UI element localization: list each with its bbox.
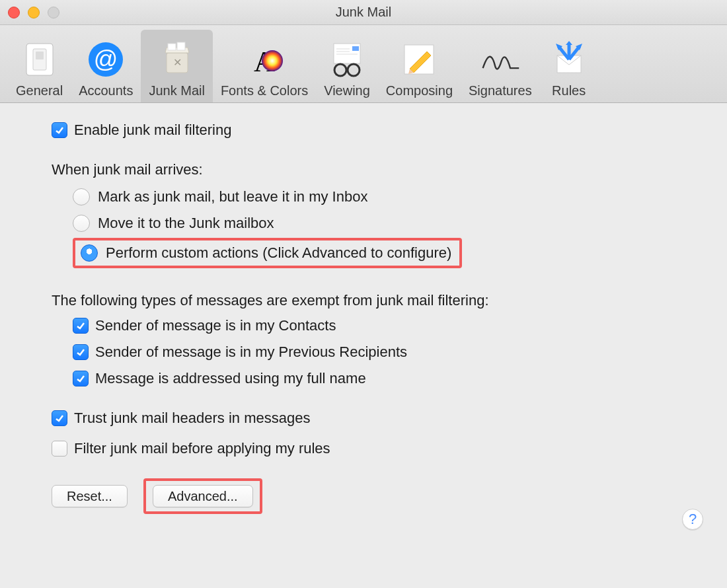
trust-headers-row: Trust junk mail headers in messages bbox=[52, 410, 687, 427]
exempt-previous-checkbox[interactable] bbox=[73, 344, 89, 360]
trust-headers-checkbox[interactable] bbox=[52, 410, 67, 426]
titlebar: Junk Mail bbox=[0, 0, 727, 25]
window-title: Junk Mail bbox=[0, 5, 727, 20]
advanced-button[interactable]: Advanced... bbox=[153, 485, 253, 507]
enable-junk-label: Enable junk mail filtering bbox=[74, 122, 231, 139]
filter-before-checkbox[interactable] bbox=[52, 441, 67, 457]
arrives-heading: When junk mail arrives: bbox=[52, 161, 687, 178]
button-row: Reset... Advanced... bbox=[52, 477, 687, 515]
preferences-toolbar: General @ Accounts ✕ Junk Mail A bbox=[0, 25, 727, 103]
radio-label: Perform custom actions (Click Advanced t… bbox=[106, 244, 451, 262]
arrives-options: Mark as junk mail, but leave it in my In… bbox=[52, 184, 687, 270]
radio-perform-custom[interactable]: Perform custom actions (Click Advanced t… bbox=[78, 243, 454, 263]
radio-mark-as-junk[interactable]: Mark as junk mail, but leave it in my In… bbox=[73, 184, 687, 210]
svg-rect-8 bbox=[177, 42, 185, 50]
enable-junk-checkbox[interactable] bbox=[52, 122, 67, 138]
enable-junk-row: Enable junk mail filtering bbox=[52, 122, 687, 139]
exempt-previous-row: Sender of message is in my Previous Reci… bbox=[73, 341, 687, 363]
fonts-colors-icon: A bbox=[243, 38, 286, 81]
tab-junk-mail[interactable]: ✕ Junk Mail bbox=[141, 30, 212, 102]
exempt-fullname-row: Message is addressed using my full name bbox=[73, 367, 687, 390]
highlight-advanced: Advanced... bbox=[143, 478, 262, 514]
radio-icon bbox=[73, 215, 90, 232]
switch-icon bbox=[19, 38, 61, 81]
signature-icon bbox=[479, 38, 521, 81]
tab-label: Rules bbox=[552, 83, 586, 98]
exempt-heading: The following types of messages are exem… bbox=[52, 292, 687, 309]
svg-point-11 bbox=[262, 50, 283, 71]
pencil-icon bbox=[398, 38, 440, 81]
exempt-fullname-checkbox[interactable] bbox=[73, 371, 89, 386]
tab-composing[interactable]: Composing bbox=[378, 30, 461, 102]
exempt-list: Sender of message is in my Contacts Send… bbox=[52, 314, 687, 390]
tab-rules[interactable]: Rules bbox=[540, 30, 598, 102]
tab-label: Accounts bbox=[79, 83, 133, 98]
radio-icon bbox=[73, 188, 90, 205]
exempt-label: Sender of message is in my Previous Reci… bbox=[95, 344, 407, 361]
exempt-contacts-checkbox[interactable] bbox=[73, 318, 89, 334]
radio-label: Mark as junk mail, but leave it in my In… bbox=[98, 188, 367, 205]
exempt-label: Sender of message is in my Contacts bbox=[95, 317, 336, 334]
svg-text:✕: ✕ bbox=[172, 57, 181, 68]
svg-rect-2 bbox=[36, 52, 44, 59]
tab-accounts[interactable]: @ Accounts bbox=[71, 30, 141, 102]
help-icon: ? bbox=[689, 511, 697, 528]
radio-move-to-junk[interactable]: Move it to the Junk mailbox bbox=[73, 210, 687, 237]
svg-point-18 bbox=[348, 64, 360, 76]
radio-icon bbox=[81, 244, 98, 262]
trust-headers-label: Trust junk mail headers in messages bbox=[74, 410, 310, 427]
tab-viewing[interactable]: Viewing bbox=[316, 30, 378, 102]
reset-button[interactable]: Reset... bbox=[52, 485, 128, 507]
svg-point-17 bbox=[334, 64, 346, 76]
svg-text:@: @ bbox=[94, 46, 118, 73]
tab-fonts-colors[interactable]: A Fonts & Colors bbox=[213, 30, 316, 102]
radio-label: Move it to the Junk mailbox bbox=[98, 215, 274, 232]
exempt-contacts-row: Sender of message is in my Contacts bbox=[73, 314, 687, 337]
tab-label: Fonts & Colors bbox=[221, 83, 308, 98]
svg-marker-25 bbox=[566, 41, 572, 45]
svg-rect-7 bbox=[168, 44, 176, 50]
tab-label: Composing bbox=[386, 83, 453, 98]
highlight-perform-custom: Perform custom actions (Click Advanced t… bbox=[73, 238, 462, 268]
tab-general[interactable]: General bbox=[8, 30, 71, 102]
rules-icon bbox=[548, 38, 590, 81]
content-pane: Enable junk mail filtering When junk mai… bbox=[0, 103, 727, 529]
tab-label: General bbox=[16, 83, 63, 98]
glasses-icon bbox=[326, 38, 368, 81]
tab-label: Viewing bbox=[324, 83, 370, 98]
at-icon: @ bbox=[85, 38, 127, 81]
tab-label: Signatures bbox=[469, 83, 532, 98]
filter-before-label: Filter junk mail before applying my rule… bbox=[74, 440, 330, 457]
exempt-label: Message is addressed using my full name bbox=[95, 370, 366, 387]
tab-signatures[interactable]: Signatures bbox=[461, 30, 540, 102]
filter-before-row: Filter junk mail before applying my rule… bbox=[52, 440, 687, 457]
svg-rect-13 bbox=[352, 46, 359, 51]
tab-label: Junk Mail bbox=[149, 83, 204, 98]
trash-icon: ✕ bbox=[156, 38, 198, 81]
help-button[interactable]: ? bbox=[682, 509, 703, 530]
